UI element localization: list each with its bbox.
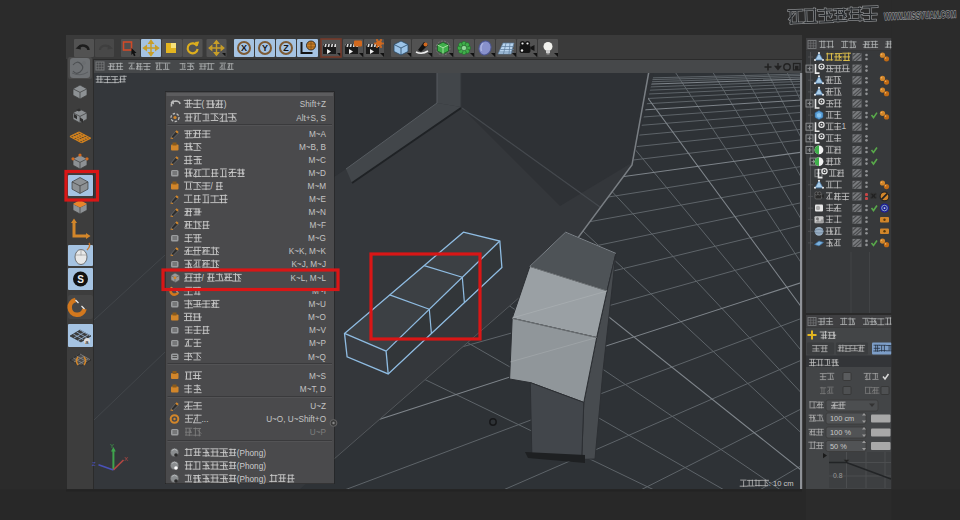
svg-text:M~T, D: M~T, D <box>300 385 326 394</box>
svg-text:M~D: M~D <box>308 169 326 178</box>
svg-text:K~K, M~K: K~K, M~K <box>289 247 327 256</box>
svg-text:100 cm: 100 cm <box>830 414 854 423</box>
svg-text:Z: Z <box>283 43 289 53</box>
svg-text:M~Q: M~Q <box>308 353 326 362</box>
svg-text:X: X <box>241 43 247 53</box>
svg-text:Shift+Z: Shift+Z <box>300 100 326 109</box>
svg-text:M~U: M~U <box>308 300 326 309</box>
svg-text:K~L, M~L: K~L, M~L <box>290 274 326 283</box>
svg-text:M~M: M~M <box>308 182 327 191</box>
svg-text:...: ... <box>202 415 209 424</box>
svg-text:Y: Y <box>262 43 268 53</box>
svg-text:M~O: M~O <box>308 313 326 322</box>
svg-text:): ) <box>224 100 227 109</box>
svg-text:M~C: M~C <box>308 156 326 165</box>
svg-text:K~J, M~J: K~J, M~J <box>291 260 326 269</box>
svg-text:(Phong): (Phong) <box>237 462 266 471</box>
svg-text:1: 1 <box>842 121 847 131</box>
svg-text:X: X <box>124 456 128 462</box>
svg-text:M~F: M~F <box>309 221 326 230</box>
svg-text:0.8: 0.8 <box>833 472 843 479</box>
svg-text:(Phong): (Phong) <box>237 475 266 484</box>
svg-text:100 %: 100 % <box>830 428 851 437</box>
svg-text:U~O, U~Shift+O: U~O, U~Shift+O <box>266 415 326 424</box>
svg-text:M~A: M~A <box>309 130 327 139</box>
svg-text:Alt+S, S: Alt+S, S <box>296 114 326 123</box>
svg-text:S: S <box>77 274 84 285</box>
svg-text:Y: Y <box>110 443 114 449</box>
svg-text:U~P: U~P <box>310 428 327 437</box>
svg-text:(: ( <box>202 100 205 109</box>
svg-text:M~N: M~N <box>308 208 326 217</box>
svg-text:: 10 cm: : 10 cm <box>769 479 794 488</box>
svg-text:M~S: M~S <box>309 372 327 381</box>
svg-text:U~Z: U~Z <box>310 402 326 411</box>
svg-text:M~V: M~V <box>309 326 327 335</box>
svg-text:M~G: M~G <box>308 234 326 243</box>
svg-text:(Phong): (Phong) <box>237 449 266 458</box>
svg-text:M~P: M~P <box>309 339 327 348</box>
svg-text:50 %: 50 % <box>830 442 847 451</box>
svg-text:M~E: M~E <box>309 195 327 204</box>
svg-text:Z: Z <box>92 461 96 467</box>
svg-text:M~B, B: M~B, B <box>299 143 327 152</box>
